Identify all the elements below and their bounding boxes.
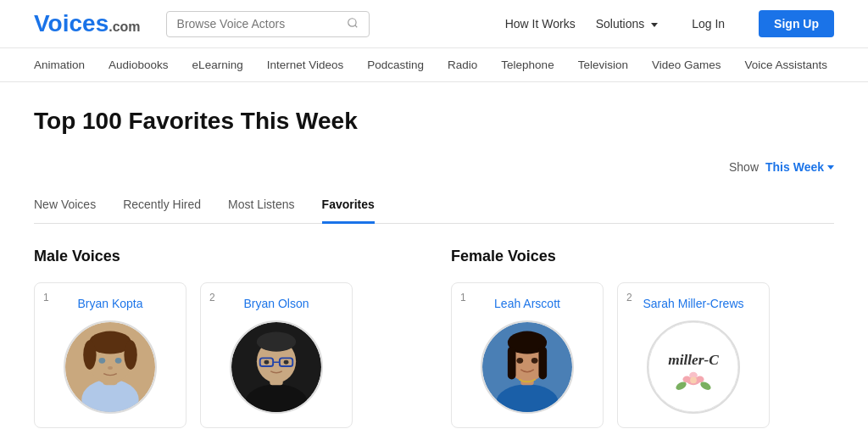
voice-name: Leah Arscott <box>494 297 560 310</box>
category-internet-videos[interactable]: Internet Videos <box>267 58 344 71</box>
voice-card-sarah-miller-crews[interactable]: 2 Sarah Miller-Crews miller-C <box>617 282 770 428</box>
female-voices-title: Female Voices <box>451 248 834 265</box>
svg-point-20 <box>264 360 270 365</box>
logo-voices-text: Voices <box>34 10 108 37</box>
rank-badge: 2 <box>626 292 632 304</box>
voice-name: Bryan Olson <box>243 297 309 310</box>
category-audiobooks[interactable]: Audiobooks <box>108 58 169 71</box>
voice-name: Bryan Kopta <box>77 297 142 310</box>
avatar-image <box>482 320 572 414</box>
voice-name: Sarah Miller-Crews <box>643 297 743 310</box>
svg-point-37 <box>690 377 697 384</box>
male-voices-section: Male Voices 1 Bryan Kopta <box>34 248 417 428</box>
avatar-image: miller-C <box>648 320 738 414</box>
chevron-down-icon <box>651 23 658 27</box>
category-elearning[interactable]: eLearning <box>192 58 243 71</box>
category-video-games[interactable]: Video Games <box>652 58 721 71</box>
svg-point-8 <box>124 340 136 370</box>
show-chevron-icon <box>827 165 834 170</box>
show-label: Show <box>729 160 759 174</box>
voice-card-bryan-olson[interactable]: 2 Bryan Olson <box>200 282 353 428</box>
male-voices-grid: 1 Bryan Kopta <box>34 282 417 428</box>
category-podcasting[interactable]: Podcasting <box>367 58 424 71</box>
tab-recently-hired[interactable]: Recently Hired <box>123 191 201 224</box>
category-voice-assistants[interactable]: Voice Assistants <box>744 58 827 71</box>
logo-dotcom-text: .com <box>108 19 140 35</box>
male-voices-title: Male Voices <box>34 248 417 265</box>
category-television[interactable]: Television <box>578 58 628 71</box>
signup-button[interactable]: Sign Up <box>759 10 834 37</box>
header: Voices .com How It Works Solutions Log I… <box>0 0 868 48</box>
svg-rect-28 <box>538 347 547 380</box>
login-button[interactable]: Log In <box>678 10 738 37</box>
female-voices-grid: 1 Leah Arscott <box>451 282 834 428</box>
tabs-container: New Voices Recently Hired Most Listens F… <box>34 191 834 224</box>
svg-point-16 <box>257 332 296 352</box>
rank-badge: 1 <box>460 292 466 304</box>
page-title: Top 100 Favorites This Week <box>34 108 834 135</box>
svg-point-29 <box>516 358 523 364</box>
avatar-image <box>65 320 155 414</box>
category-radio[interactable]: Radio <box>448 58 477 71</box>
svg-text:miller-C: miller-C <box>668 352 719 368</box>
nav-solutions[interactable]: Solutions <box>596 17 658 31</box>
category-animation[interactable]: Animation <box>34 58 85 71</box>
tab-favorites[interactable]: Favorites <box>322 191 375 224</box>
svg-line-1 <box>354 25 357 27</box>
show-value-button[interactable]: This Week <box>765 160 834 174</box>
svg-rect-27 <box>508 347 516 380</box>
tab-most-listens[interactable]: Most Listens <box>228 191 295 224</box>
voice-card-leah-arscott[interactable]: 1 Leah Arscott <box>451 282 604 428</box>
search-box[interactable] <box>166 11 370 37</box>
rank-badge: 1 <box>43 292 49 304</box>
svg-point-11 <box>108 366 113 370</box>
category-telephone[interactable]: Telephone <box>501 58 554 71</box>
voice-card-bryan-kopta[interactable]: 1 Bryan Kopta <box>34 282 186 428</box>
category-nav: Animation Audiobooks eLearning Internet … <box>0 48 868 82</box>
svg-point-35 <box>696 376 704 383</box>
svg-point-9 <box>99 358 106 364</box>
voice-sections: Male Voices 1 Bryan Kopta <box>34 248 834 428</box>
svg-point-30 <box>531 358 538 364</box>
logo[interactable]: Voices .com <box>34 10 141 37</box>
avatar <box>230 320 323 414</box>
show-filter-row: Show This Week <box>34 160 834 174</box>
avatar <box>64 320 157 414</box>
svg-point-7 <box>83 340 96 370</box>
avatar-image <box>231 320 321 414</box>
search-input[interactable] <box>177 17 340 31</box>
main-content: Top 100 Favorites This Week Show This We… <box>0 82 868 440</box>
svg-point-21 <box>284 360 289 365</box>
avatar: miller-C <box>647 320 740 414</box>
female-voices-section: Female Voices 1 Leah Arscott <box>451 248 834 428</box>
avatar <box>481 320 574 414</box>
tab-new-voices[interactable]: New Voices <box>34 191 96 224</box>
svg-point-10 <box>115 358 122 364</box>
svg-point-0 <box>348 18 355 25</box>
search-icon <box>347 17 359 31</box>
rank-badge: 2 <box>209 292 215 304</box>
nav-how-it-works[interactable]: How It Works <box>505 17 576 31</box>
header-nav: How It Works Solutions Log In Sign Up <box>505 10 834 37</box>
svg-point-34 <box>682 376 691 383</box>
